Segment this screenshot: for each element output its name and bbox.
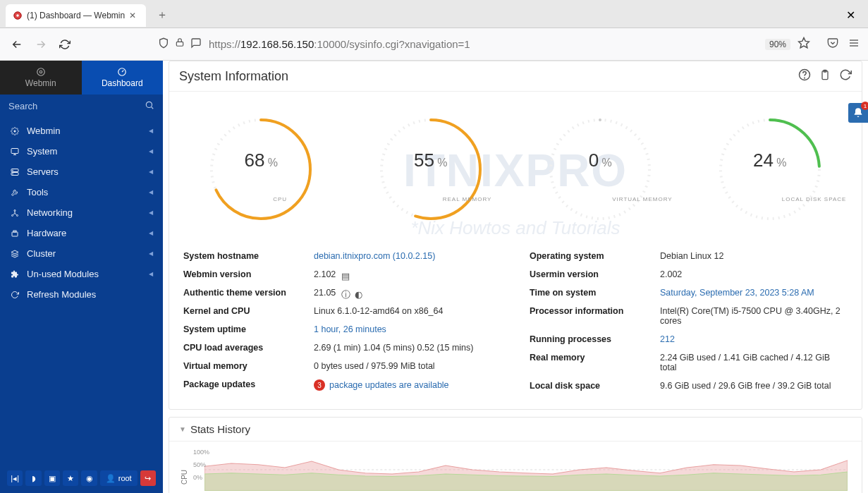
- info-row: Package updates 3package updates are ava…: [183, 375, 501, 395]
- notification-badge: 1: [861, 102, 868, 110]
- zoom-indicator[interactable]: 90%: [765, 39, 790, 50]
- info-row: Time on system Saturday, September 23, 2…: [530, 284, 848, 302]
- favorites-button[interactable]: ★: [63, 470, 78, 486]
- browser-tab[interactable]: (1) Dashboard — Webmin ✕: [6, 4, 146, 27]
- sidebar-item-servers[interactable]: Servers ◀: [0, 162, 163, 182]
- chevron-left-icon: ◀: [149, 230, 153, 236]
- info-label: Authentic theme version: [183, 288, 314, 298]
- chevron-left-icon: ◀: [149, 250, 153, 257]
- info-row: Kernel and CPU Linux 6.1.0-12-amd64 on x…: [183, 302, 501, 320]
- shield-icon[interactable]: [158, 37, 169, 51]
- sidebar-tab-dashboard[interactable]: Dashboard: [82, 61, 164, 95]
- info-label: Time on system: [530, 288, 660, 298]
- refresh-icon[interactable]: [839, 68, 852, 84]
- lock-icon[interactable]: [175, 37, 185, 51]
- sidebar-item-label: Un-used Modules: [27, 269, 142, 279]
- info-value: Intel(R) Core(TM) i5-7500 CPU @ 3.40GHz,…: [660, 306, 848, 326]
- permissions-icon[interactable]: [190, 37, 202, 51]
- sidebar-item-label: Cluster: [27, 248, 142, 259]
- info-value: 2.24 GiB used / 1.41 GiB cached / 4.12 G…: [660, 353, 848, 372]
- gauge-cpu: 68 % CPU: [201, 113, 321, 226]
- gauge-label: CPU: [273, 196, 287, 202]
- info-value: 212: [660, 334, 848, 344]
- sidebar-item-networking[interactable]: Networking ◀: [0, 202, 163, 223]
- sidebar-item-label: Webmin: [27, 126, 142, 136]
- clipboard-icon[interactable]: [819, 68, 831, 84]
- sidebar-item-label: System: [27, 146, 142, 157]
- theme-icon[interactable]: ◐: [355, 289, 363, 298]
- sidebar-item-label: Refresh Modules: [27, 289, 153, 300]
- notification-bell[interactable]: 1: [848, 103, 868, 123]
- terminal-button[interactable]: ▣: [44, 470, 60, 486]
- forward-button[interactable]: [32, 36, 49, 53]
- night-mode-button[interactable]: ◗: [25, 470, 41, 486]
- info-value: Debian Linux 12: [660, 251, 848, 261]
- svg-point-18: [13, 170, 13, 171]
- sidebar-item-un-used-modules[interactable]: Un-used Modules ◀: [0, 264, 163, 284]
- gauge-value: 55 %: [414, 150, 448, 171]
- browser-toolbar: https://192.168.56.150:10000/sysinfo.cgi…: [0, 28, 868, 61]
- info-row: CPU load averages 2.69 (1 min) 1.04 (5 m…: [183, 339, 501, 357]
- info-label: Real memory: [530, 353, 660, 372]
- back-button[interactable]: [8, 36, 25, 53]
- window-close-icon[interactable]: ✕: [839, 8, 862, 22]
- sidebar-tab-webmin[interactable]: Webmin: [0, 61, 82, 95]
- wrench-icon: [10, 188, 20, 197]
- info-value: 3package updates are available: [314, 379, 501, 391]
- sidebar-item-hardware[interactable]: Hardware ◀: [0, 223, 163, 243]
- info-value: 21.05 ⓘ ◐: [314, 288, 501, 298]
- info-value: Linux 6.1.0-12-amd64 on x86_64: [314, 306, 501, 316]
- info-icon[interactable]: ⓘ: [341, 289, 350, 298]
- changelog-icon[interactable]: ▤: [341, 271, 350, 279]
- user-button[interactable]: 👤 root: [100, 470, 137, 486]
- chevron-left-icon: ◀: [149, 271, 153, 277]
- bookmark-star-icon[interactable]: [797, 37, 810, 52]
- sidebar-item-refresh-modules[interactable]: Refresh Modules: [0, 284, 163, 305]
- sidebar-item-label: Tools: [27, 187, 142, 197]
- svg-point-1: [16, 14, 19, 17]
- page-title: System Information: [179, 69, 288, 84]
- svg-point-21: [12, 214, 13, 216]
- info-label: System uptime: [183, 324, 314, 334]
- new-tab-button[interactable]: ＋: [153, 6, 171, 25]
- sidebar-item-cluster[interactable]: Cluster ◀: [0, 243, 163, 264]
- sidebar-item-webmin[interactable]: Webmin ◀: [0, 121, 163, 141]
- help-icon[interactable]: [798, 68, 811, 84]
- info-label: Package updates: [183, 379, 314, 391]
- gauge-value: 68 %: [244, 150, 278, 171]
- stats-history-header[interactable]: ▼ Stats History: [169, 418, 862, 442]
- info-label: Kernel and CPU: [183, 306, 314, 316]
- info-value: 9.6 GiB used / 29.6 GiB free / 39.2 GiB …: [660, 381, 848, 391]
- sidebar-item-tools[interactable]: Tools ◀: [0, 182, 163, 202]
- svg-rect-24: [13, 231, 16, 232]
- info-value: 0 bytes used / 975.99 MiB total: [314, 361, 501, 371]
- url-bar[interactable]: https://192.168.56.150:10000/sysinfo.cgi…: [209, 38, 758, 50]
- search-icon[interactable]: [145, 100, 154, 112]
- server-icon: [10, 168, 20, 176]
- info-row: Operating system Debian Linux 12: [530, 247, 848, 265]
- main-content: System Information ITNIXPRO *Nix Howtos …: [163, 61, 868, 493]
- layers-icon: [10, 250, 20, 258]
- search-input[interactable]: [8, 101, 139, 111]
- reload-button[interactable]: [56, 36, 73, 53]
- logout-button[interactable]: ↪: [140, 470, 156, 486]
- tab-title: (1) Dashboard — Webmin: [27, 11, 125, 20]
- info-label: Virtual memory: [183, 361, 314, 371]
- language-button[interactable]: ◉: [81, 470, 97, 486]
- info-value: Saturday, September 23, 2023 5:28 AM: [660, 288, 848, 298]
- dashboard-icon: [117, 67, 127, 77]
- svg-point-19: [13, 174, 13, 174]
- toggle-sidebar-button[interactable]: |◂|: [7, 470, 23, 486]
- gauge-label: VIRTUAL MEMORY: [612, 196, 672, 202]
- svg-rect-23: [12, 232, 18, 236]
- info-row: Running processes 212: [530, 330, 848, 348]
- close-tab-icon[interactable]: ✕: [129, 11, 139, 20]
- svg-point-20: [14, 209, 16, 211]
- info-row: Processor information Intel(R) Core(TM) …: [530, 302, 848, 330]
- chart-ylabel: CPU: [181, 470, 188, 485]
- info-value: 2.69 (1 min) 1.04 (5 mins) 0.52 (15 mins…: [314, 343, 501, 353]
- menu-icon[interactable]: [848, 37, 860, 51]
- sidebar-item-system[interactable]: System ◀: [0, 141, 163, 162]
- pocket-icon[interactable]: [827, 37, 838, 51]
- browser-tab-strip: (1) Dashboard — Webmin ✕ ＋ ✕: [0, 0, 868, 28]
